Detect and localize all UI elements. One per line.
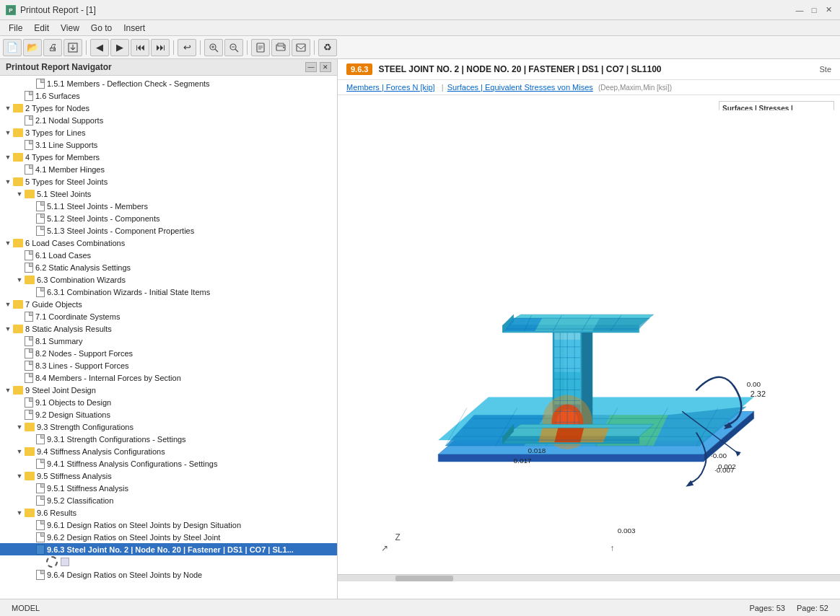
tree-item-9_5[interactable]: ▼9.5 Stiffness Analysis (0, 470, 337, 482)
tree-item-9_4[interactable]: ▼9.4 Stiffness Analysis Configurations (0, 445, 337, 457)
toolbar-prev[interactable]: ◀ (90, 39, 109, 56)
tree-item-6_2[interactable]: 6.2 Static Analysis Settings (0, 261, 337, 273)
tree-item-label: 9.6.4 Design Ratios on Steel Joints by N… (47, 571, 202, 579)
panel-minimize-button[interactable]: — (305, 62, 317, 72)
folder-icon (13, 104, 23, 113)
tree-item-3[interactable]: ▼3 Types for Lines (0, 126, 337, 138)
tree-item-8_4[interactable]: 8.4 Members - Internal Forces by Section (0, 371, 337, 384)
toolbar-refresh[interactable]: ♻ (318, 39, 337, 56)
menu-goto[interactable]: Go to (85, 22, 118, 35)
tree-item-9_4_1[interactable]: 9.4.1 Stiffness Analysis Configurations … (0, 457, 337, 470)
expand-icon[interactable]: ▼ (3, 152, 13, 162)
tree-item-9_6_4[interactable]: 9.6.4 Design Ratios on Steel Joints by N… (0, 568, 337, 581)
expand-icon[interactable]: ▼ (3, 177, 13, 187)
tree-item-9_2[interactable]: 9.2 Design Situations (0, 408, 337, 421)
toolbar-print[interactable]: 🖨 (43, 39, 62, 56)
tree-item-9_3[interactable]: ▼9.3 Strength Configurations (0, 421, 337, 433)
tree-item-9_5_1[interactable]: 9.5.1 Stiffness Analysis (0, 482, 337, 494)
tree-item-8_3[interactable]: 8.3 Lines - Support Forces (0, 359, 337, 371)
tree-item-5_1_3[interactable]: 5.1.3 Steel Joints - Component Propertie… (0, 224, 337, 237)
tree-item-9_6[interactable]: ▼9.6 Results (0, 506, 337, 519)
expand-icon[interactable]: ▼ (14, 471, 25, 481)
tree-item-5_1_1[interactable]: 5.1.1 Steel Joints - Members (0, 200, 337, 212)
toolbar-first[interactable]: ⏮ (131, 39, 149, 56)
svg-line-9 (235, 49, 238, 52)
expand-icon[interactable]: ▼ (3, 299, 13, 309)
tree-item-8_1[interactable]: 8.1 Summary (0, 335, 337, 347)
tree-item-8_2[interactable]: 8.2 Nodes - Support Forces (0, 347, 337, 359)
maximize-button[interactable]: □ (808, 5, 820, 15)
expand-icon[interactable]: ▼ (3, 385, 13, 395)
folder-icon (25, 276, 35, 284)
tree-container[interactable]: 1.5.1 Members - Deflection Check - Segme… (0, 76, 337, 599)
toolbar-page-setup[interactable] (251, 39, 270, 56)
tree-item-6[interactable]: ▼6 Load Cases Combinations (0, 237, 337, 249)
tree-item-2_1[interactable]: 2.1 Nodal Supports (0, 114, 337, 126)
toolbar-new[interactable]: 📄 (3, 39, 22, 56)
panel-close-button[interactable]: ✕ (320, 62, 331, 72)
tree-item-1_6[interactable]: 1.6 Surfaces (0, 89, 337, 102)
expand-icon-spacer (14, 250, 25, 260)
menu-view[interactable]: View (55, 22, 85, 35)
expand-icon[interactable]: ▼ (3, 324, 13, 334)
page-icon (36, 520, 45, 530)
expand-icon[interactable]: ▼ (3, 128, 13, 138)
tab-members[interactable]: Members | Forces N [kip] (346, 83, 435, 92)
toolbar-print-preview[interactable] (271, 39, 290, 56)
expand-icon[interactable]: ▼ (14, 275, 25, 285)
svg-marker-64 (535, 318, 599, 331)
tree-item-9_3_1[interactable]: 9.3.1 Strength Configurations - Settings (0, 433, 337, 445)
tree-item-label: 9.6 Results (37, 509, 76, 517)
tree-item-1_5_1[interactable]: 1.5.1 Members - Deflection Check - Segme… (0, 77, 337, 89)
toolbar-open[interactable]: 📂 (23, 39, 42, 56)
menu-file[interactable]: File (3, 22, 28, 35)
scrollbar-thumb[interactable] (395, 576, 453, 581)
expand-icon[interactable]: ▼ (3, 238, 13, 248)
tree-item-9[interactable]: ▼9 Steel Joint Design (0, 384, 337, 396)
tree-item-7[interactable]: ▼7 Guide Objects (0, 298, 337, 310)
toolbar-rotate[interactable]: ↩ (178, 39, 196, 56)
toolbar-zoom-out[interactable] (224, 39, 243, 56)
toolbar-send[interactable] (292, 39, 310, 56)
tree-item-8[interactable]: ▼8 Static Analysis Results (0, 322, 337, 335)
folder-icon (13, 300, 23, 309)
tree-item-9_5_2[interactable]: 9.5.2 Classification (0, 494, 337, 506)
menu-edit[interactable]: Edit (28, 22, 55, 35)
expand-icon[interactable]: ▼ (3, 103, 13, 113)
tree-item-6_3[interactable]: ▼6.3 Combination Wizards (0, 273, 337, 286)
tree-item-9_6_1[interactable]: 9.6.1 Design Ratios on Steel Joints by D… (0, 519, 337, 531)
tree-item-7_1[interactable]: 7.1 Coordinate Systems (0, 310, 337, 322)
tree-item-4_1[interactable]: 4.1 Member Hinges (0, 163, 337, 175)
tree-item-5_1[interactable]: ▼5.1 Steel Joints (0, 188, 337, 200)
expand-icon[interactable]: ▼ (14, 446, 25, 457)
visualization-area: Surfaces | Stresses | Equivalent Stresse… (338, 95, 840, 570)
horizontal-scrollbar[interactable] (338, 574, 840, 581)
folder-icon (25, 423, 35, 431)
tree-item-5_1_2[interactable]: 5.1.2 Steel Joints - Components (0, 212, 337, 224)
tab-surfaces[interactable]: Surfaces | Equivalent Stresses von Mises (447, 83, 593, 92)
page-icon (25, 397, 33, 408)
page-icon (25, 263, 33, 273)
tree-item-3_1[interactable]: 3.1 Line Supports (0, 138, 337, 151)
minimize-button[interactable]: — (794, 5, 805, 15)
tree-item-9_1[interactable]: 9.1 Objects to Design (0, 396, 337, 408)
toolbar-export[interactable] (64, 39, 82, 56)
tree-item-9_6_2[interactable]: 9.6.2 Design Ratios on Steel Joints by S… (0, 531, 337, 543)
tree-item-5[interactable]: ▼5 Types for Steel Joints (0, 175, 337, 188)
toolbar-next[interactable]: ▶ (110, 39, 129, 56)
toolbar-last[interactable]: ⏭ (151, 39, 170, 56)
close-button[interactable]: ✕ (823, 5, 834, 15)
tree-item-2[interactable]: ▼2 Types for Nodes (0, 102, 337, 114)
tree-item-6_1[interactable]: 6.1 Load Cases (0, 249, 337, 261)
menu-insert[interactable]: Insert (118, 22, 151, 35)
tree-item-9_6_3[interactable]: 9.6.3 Steel Joint No. 2 | Node No. 20 | … (0, 543, 337, 555)
expand-icon[interactable]: ▼ (14, 508, 25, 518)
expand-icon[interactable]: ▼ (14, 422, 25, 432)
svg-rect-16 (278, 43, 284, 46)
tree-item-4[interactable]: ▼4 Types for Members (0, 151, 337, 163)
toolbar-zoom-in[interactable] (204, 39, 223, 56)
tree-item-6_3_1[interactable]: 6.3.1 Combination Wizards - Initial Stat… (0, 286, 337, 298)
page-icon (36, 483, 45, 493)
expand-icon[interactable]: ▼ (14, 189, 25, 199)
main-container: Printout Report Navigator — ✕ 1.5.1 Memb… (0, 59, 840, 599)
